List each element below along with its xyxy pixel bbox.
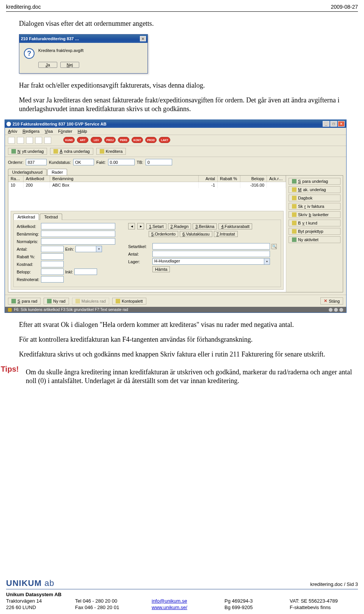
toolbar-icon[interactable] — [17, 137, 24, 144]
dagbok-button[interactable]: Dagbok — [289, 195, 340, 201]
kundstatus-input[interactable] — [73, 159, 94, 165]
cell-ack — [267, 182, 286, 188]
pg: Pg 469294-3 — [224, 598, 285, 604]
dialog-titlebar[interactable]: 210 Fakturakreditering 837 … × — [19, 35, 147, 43]
col-belopp[interactable]: Belopp — [240, 176, 267, 182]
btn-radegn[interactable]: 2.Radegn — [168, 223, 191, 229]
ny-rad-button[interactable]: Ny rad — [44, 298, 69, 305]
artikelkod-input[interactable] — [41, 223, 115, 229]
pill-pers[interactable]: PERS — [118, 137, 129, 143]
close-icon[interactable]: × — [140, 36, 146, 41]
pill-lakt[interactable]: LAKT — [159, 137, 170, 143]
col-benamning[interactable]: Benämning — [50, 176, 199, 182]
ordernr-input[interactable] — [26, 159, 47, 165]
close-window-icon[interactable]: × — [338, 121, 345, 127]
toolbar-icon[interactable] — [44, 137, 51, 144]
antal-input[interactable] — [41, 246, 64, 252]
tips-text: Om du skulle ångra kreditering innan kre… — [26, 368, 362, 385]
pill-lev[interactable]: LEV — [91, 137, 102, 143]
toolbar-icon[interactable] — [35, 137, 42, 144]
fax: Fax 046 - 280 20 01 — [75, 605, 147, 610]
spara-underlag-button[interactable]: Spara underlag — [289, 178, 340, 185]
doc-date: 2009-08-27 — [331, 4, 358, 10]
search-icon[interactable]: 🔍 — [271, 244, 277, 249]
btn-orderkonto[interactable]: 5.Orderkonto — [149, 231, 178, 237]
col-ra[interactable]: Ra… — [8, 176, 24, 182]
col-rabatt[interactable]: Rabatt % — [218, 176, 240, 182]
col-artikelkod[interactable]: Artikelkod — [24, 176, 50, 182]
skriv-faktura-button[interactable]: Skriv faktura — [289, 203, 340, 210]
lock-icon — [8, 308, 12, 312]
inkl-input[interactable] — [74, 269, 97, 275]
kostnad-input[interactable] — [41, 261, 64, 267]
tb-label: TB: — [137, 160, 143, 165]
email-link[interactable]: info@unikum.se — [152, 598, 187, 604]
inkl-label: Inkl: — [65, 270, 73, 274]
btn-fakturarabatt[interactable]: 4.Fakturarabatt — [218, 223, 252, 229]
kreditera-button[interactable]: Kreditera — [96, 148, 126, 155]
col-ack[interactable]: Ack.r… — [267, 176, 286, 182]
enh-combo[interactable]: ▾ — [75, 246, 102, 252]
tab-artikelrad[interactable]: Artikelrad — [13, 214, 39, 220]
nytt-underlag-button[interactable]: Nytt underlag — [8, 148, 47, 155]
mak-underlag-button[interactable]: Mak. underlag — [289, 186, 340, 193]
rabatt-input[interactable] — [41, 253, 64, 260]
stang-button[interactable]: ✕ Stäng — [320, 297, 343, 305]
antal2-input[interactable] — [152, 251, 270, 257]
col-antal[interactable]: Antal — [199, 176, 218, 182]
btn-berakna[interactable]: 3.Beräkna — [193, 223, 217, 229]
normalpris-input[interactable] — [41, 238, 115, 245]
pill-prod[interactable]: PROD — [145, 137, 157, 143]
setartikel-input[interactable] — [152, 243, 270, 250]
web-link[interactable]: www.unikum.se/ — [152, 605, 187, 610]
menu-visa[interactable]: Visa — [45, 129, 53, 133]
cell-belopp: -316.00 — [240, 182, 267, 188]
next-icon[interactable]: ▸ — [137, 223, 144, 229]
tips-block: Tips! Om du skulle ångra kreditering inn… — [1, 365, 362, 391]
byt-kund-button[interactable]: Byt kund — [289, 220, 340, 226]
main-content: Dialogen visas efter det att ordernummer… — [0, 19, 364, 391]
yes-button[interactable]: Ja — [38, 62, 57, 68]
no-button[interactable]: Nej — [60, 62, 79, 68]
pill-kont[interactable]: KONT — [132, 137, 143, 143]
skriv-blanketter-button[interactable]: Skriv blanketter — [289, 211, 340, 218]
kontopalett-button[interactable]: Kontopalett — [112, 298, 146, 305]
prev-icon[interactable]: ◂ — [128, 223, 135, 229]
andra-underlag-button[interactable]: Ändra underlag — [50, 148, 93, 155]
ny-aktivitet-button[interactable]: Ny aktivitet — [289, 236, 340, 243]
pill-kund[interactable]: KUND — [63, 137, 75, 143]
toolbar-icon[interactable] — [26, 137, 33, 144]
spara-rad-button[interactable]: Spara rad — [8, 298, 41, 305]
btn-setart[interactable]: 1.Setart — [146, 223, 166, 229]
minimize-icon[interactable]: _ — [323, 121, 329, 127]
tb-input[interactable] — [146, 159, 172, 165]
artikelkod-label: Artikelkod: — [17, 224, 39, 229]
right-button-pane: Spara underlag Mak. underlag Dagbok Skri… — [286, 176, 343, 292]
grid-header: Ra… Artikelkod Benämning Antal Rabatt % … — [8, 176, 286, 182]
byt-projekttyp-button[interactable]: Byt projekttyp — [289, 228, 340, 235]
restnoterat-input[interactable] — [41, 276, 64, 283]
tab-textrad[interactable]: Textrad — [40, 214, 62, 220]
tab-rader[interactable]: Rader — [47, 169, 67, 175]
btn-intrastat[interactable]: 7.Intrastat — [214, 231, 238, 237]
menu-redigera[interactable]: Redigera — [22, 129, 39, 133]
paragraph-6: Kreditfaktura skrivs ut och godkänns med… — [19, 350, 362, 359]
hamta-button[interactable]: Hämta — [152, 266, 170, 272]
menu-fonster[interactable]: Fönster — [58, 129, 72, 133]
menu-hjalp[interactable]: Hjälp — [78, 129, 87, 133]
pill-art[interactable]: ART — [77, 137, 88, 143]
toolbar-icon[interactable] — [8, 137, 15, 144]
pill-proj[interactable]: PROJ — [104, 137, 116, 143]
benamning-input[interactable] — [41, 231, 115, 237]
lager-combo[interactable]: H-Huvudlager▾ — [152, 258, 270, 265]
fakt-input[interactable] — [108, 159, 135, 165]
tel: Tel 046 - 280 20 00 — [75, 598, 147, 604]
menu-arkiv[interactable]: Arkiv — [8, 129, 17, 133]
tab-underlagshuvud[interactable]: Underlagshuvud — [8, 169, 47, 175]
belopp-input[interactable] — [41, 269, 64, 275]
table-row[interactable]: 10 200 ABC Box -1 -316.00 — [8, 182, 286, 188]
app-titlebar[interactable]: 210 Fakturakreditering 837 100 GVP Servi… — [5, 120, 346, 128]
paragraph-intro: Dialogen visas efter det att ordernummer… — [19, 19, 362, 28]
btn-valutaklausu[interactable]: 6.Valutaklausu — [180, 231, 212, 237]
maximize-icon[interactable]: □ — [330, 121, 337, 127]
